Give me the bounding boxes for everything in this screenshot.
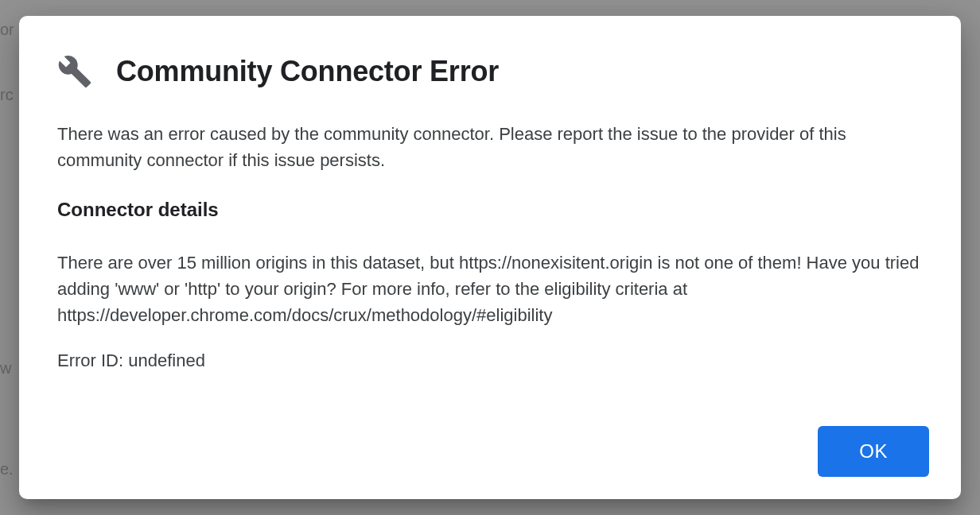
dialog-content: Community Connector Error There was an e… — [19, 16, 961, 426]
error-dialog: Community Connector Error There was an e… — [19, 16, 961, 499]
connector-details-heading: Connector details — [57, 196, 923, 224]
connector-details-message: There are over 15 million origins in thi… — [57, 250, 923, 328]
dialog-intro-text: There was an error caused by the communi… — [57, 121, 923, 173]
dialog-body: There was an error caused by the communi… — [57, 121, 923, 374]
dialog-actions: OK — [19, 426, 961, 499]
wrench-icon — [57, 54, 92, 89]
ok-button[interactable]: OK — [818, 426, 929, 477]
dialog-title: Community Connector Error — [116, 55, 499, 88]
dialog-header: Community Connector Error — [57, 54, 923, 89]
error-id-line: Error ID: undefined — [57, 347, 923, 374]
